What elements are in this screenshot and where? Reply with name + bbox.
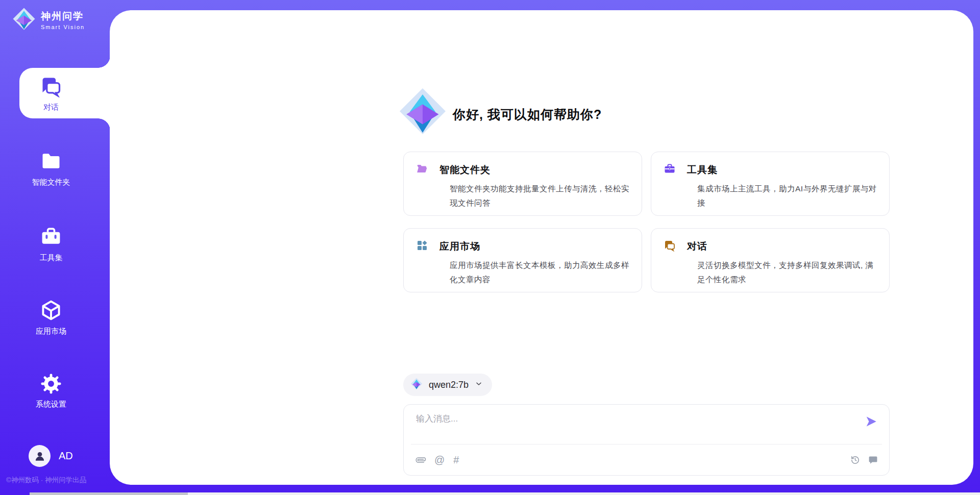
- chat-icon: [40, 90, 62, 99]
- active-tab-fillet-top: [98, 56, 110, 68]
- feature-card-smart-folder[interactable]: 智能文件夹 智能文件夹功能支持批量文件上传与清洗，轻松实现文件问答: [403, 152, 642, 216]
- toolbox-icon: [664, 163, 676, 177]
- toolbox-icon: [40, 241, 62, 250]
- sidebar-item-label: 对话: [0, 103, 102, 112]
- feature-card-chat[interactable]: 对话 灵活切换多模型文件，支持多样回复效果调试, 满足个性化需求: [651, 228, 890, 292]
- chevron-down-icon: [475, 380, 483, 390]
- feature-card-app-market[interactable]: 应用市场 应用市场提供丰富长文本模板，助力高效生成多样化文章内容: [403, 228, 642, 292]
- model-logo-icon: [410, 378, 423, 392]
- card-title: 应用市场: [439, 240, 480, 253]
- brand-subtitle: Smart Vision: [41, 24, 85, 30]
- main-panel: 你好, 我可以如何帮助你? 智能文件夹 智能文件夹功能支持批量文件上传与清洗，轻…: [110, 10, 973, 485]
- sidebar-item-toolset[interactable]: 工具集: [0, 226, 102, 263]
- sidebar-item-chat[interactable]: 对话: [0, 75, 102, 112]
- chat-icon: [664, 239, 676, 254]
- card-title: 对话: [687, 240, 707, 253]
- sidebar-item-label: 系统设置: [0, 400, 102, 409]
- user-avatar: [29, 445, 51, 467]
- card-title: 工具集: [687, 163, 718, 177]
- user-name: AD: [59, 450, 73, 462]
- card-title: 智能文件夹: [439, 163, 491, 177]
- feature-cards: 智能文件夹 智能文件夹功能支持批量文件上传与清洗，轻松实现文件问答 工具集: [403, 152, 890, 292]
- history-icon[interactable]: [850, 455, 860, 465]
- horizontal-scrollbar-thumb[interactable]: [30, 492, 188, 495]
- greeting-text: 你好, 我可以如何帮助你?: [453, 106, 602, 123]
- model-selector[interactable]: qwen2:7b: [403, 374, 492, 396]
- sidebar-item-label: 智能文件夹: [0, 178, 102, 187]
- sidebar-item-label: 应用市场: [0, 327, 102, 336]
- attachment-icon[interactable]: [416, 455, 426, 465]
- mention-icon[interactable]: @: [434, 455, 445, 465]
- card-description: 应用市场提供丰富长文本模板，助力高效生成多样化文章内容: [450, 258, 629, 287]
- card-description: 灵活切换多模型文件，支持多样回复效果调试, 满足个性化需求: [697, 258, 877, 287]
- greeting-logo-icon: [398, 87, 447, 138]
- folder-icon: [40, 165, 62, 174]
- sidebar-item-app-market[interactable]: 应用市场: [0, 299, 102, 336]
- sidebar-item-label: 工具集: [0, 253, 102, 263]
- horizontal-scrollbar-track[interactable]: [30, 492, 980, 495]
- composer-divider: [411, 444, 882, 444]
- message-input[interactable]: [416, 413, 855, 439]
- gear-icon: [40, 387, 62, 396]
- chat-bubble-icon[interactable]: [868, 455, 878, 465]
- brand-name: 神州问学: [41, 10, 85, 23]
- active-tab-fillet-bottom: [98, 118, 110, 131]
- copyright-text: ©神州数码 · 神州问学出品: [6, 476, 86, 485]
- app-root: 神州问学 Smart Vision 对话 智能: [0, 0, 980, 495]
- cube-icon: [40, 314, 62, 323]
- user-profile[interactable]: AD: [29, 445, 73, 467]
- brand: 神州问学 Smart Vision: [12, 7, 85, 33]
- hash-icon[interactable]: #: [453, 455, 459, 465]
- send-icon[interactable]: [865, 415, 878, 430]
- sidebar-item-settings[interactable]: 系统设置: [0, 373, 102, 409]
- message-composer: @ #: [403, 404, 890, 476]
- feature-card-toolset[interactable]: 工具集 集成市场上主流工具，助力AI与外界无缝扩展与对接: [651, 152, 890, 216]
- brand-logo-icon: [12, 7, 36, 33]
- grid-icon: [416, 239, 428, 254]
- card-description: 集成市场上主流工具，助力AI与外界无缝扩展与对接: [697, 182, 877, 210]
- card-description: 智能文件夹功能支持批量文件上传与清洗，轻松实现文件问答: [450, 182, 629, 210]
- composer-toolbar: @ #: [416, 452, 878, 468]
- sidebar-item-smart-folder[interactable]: 智能文件夹: [0, 150, 102, 187]
- folder-open-icon: [416, 163, 428, 177]
- model-name: qwen2:7b: [429, 380, 469, 390]
